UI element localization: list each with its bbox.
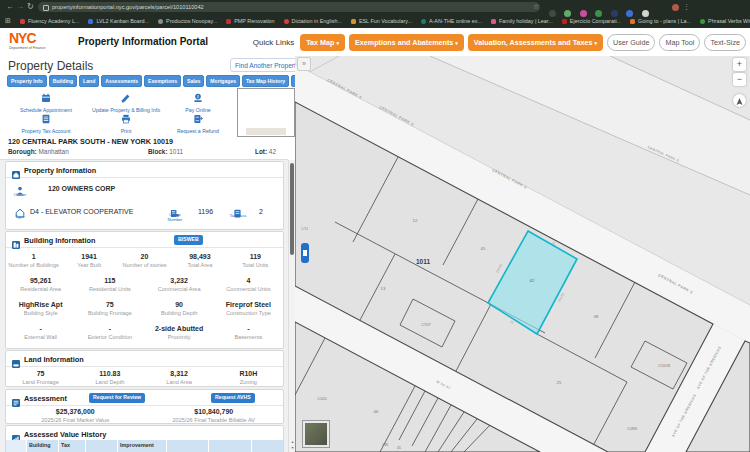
address-bar[interactable]: propertyinformationportal.nyc.gov/parcel… — [38, 2, 540, 12]
stat-cell: -Exterior Condition — [75, 324, 144, 341]
nyc-dof-logo[interactable]: NYC — [9, 31, 36, 45]
stat-cell: HighRise AptBuilding Style — [6, 300, 75, 317]
collapse-panel-button[interactable]: » — [297, 57, 311, 71]
basemap-toggle[interactable] — [303, 421, 329, 447]
favicon — [88, 19, 93, 24]
column-header[interactable] — [209, 440, 251, 452]
card-title: Assessment — [24, 394, 67, 403]
stat-cell: 8,312Land Area — [145, 369, 214, 386]
tax-map[interactable]: 1011 12 45 42 38 13 C707 25 C/1018 C105 … — [295, 56, 750, 452]
stat-cell: R10HZoning — [214, 369, 283, 386]
bookmark-item[interactable]: Fluency Academy L... — [20, 18, 80, 24]
bookmark-star-icon[interactable]: ☆ — [533, 0, 539, 14]
reload-icon[interactable]: ↻ — [27, 0, 34, 14]
zoom-in-button[interactable]: + — [733, 58, 746, 71]
chrome-menu-icon[interactable]: ⋮ — [683, 0, 690, 14]
tax-class-value: 2 — [259, 207, 263, 217]
stat-cell: 115Residential Units — [75, 276, 144, 293]
stat-cell: Fireprof SteelConstruction Type — [214, 300, 283, 317]
land-information-card: Land Information 75Land Frontage 110.83L… — [5, 350, 284, 387]
lot-label: 46 — [374, 409, 379, 414]
favicon — [630, 19, 635, 24]
column-header[interactable] — [252, 440, 283, 452]
column-header[interactable]: Tax — [59, 440, 85, 452]
column-header[interactable]: Improvement — [118, 440, 166, 452]
favicon — [491, 19, 496, 24]
stat-cell: 3,232Commercial Area — [145, 276, 214, 293]
bookmark-item[interactable]: Dictation in English... — [284, 18, 342, 24]
forward-icon[interactable]: → — [16, 0, 24, 14]
assessed-value-history-card: Assessed Value History Building Tax Impr… — [5, 425, 284, 452]
property-photo[interactable] — [237, 88, 295, 137]
header-nav: Quick Links Tax Map▾ Exemptions and Abat… — [253, 32, 746, 52]
stat-cell: 4Commercial Units — [214, 276, 283, 293]
column-header[interactable] — [167, 440, 208, 452]
tab-building[interactable]: Building — [49, 75, 77, 87]
apps-grid-icon[interactable]: ⊞ — [5, 14, 11, 28]
url-text[interactable]: propertyinformationportal.nyc.gov/parcel… — [52, 4, 204, 10]
bookmark-item[interactable]: Family holiday | Lear... — [491, 18, 553, 24]
bookmark-item[interactable]: PMP Renovation — [226, 18, 274, 24]
lot-label: 42 — [530, 278, 535, 283]
owner-label: Owner — [10, 193, 30, 198]
property-details-panel: Property Details Find Another Property P… — [0, 56, 295, 452]
page-title: Property Details — [8, 59, 93, 73]
property-tax-account-link[interactable]: Property Tax Account — [4, 110, 88, 135]
scrollbar-thumb[interactable] — [290, 163, 294, 255]
locate-button[interactable] — [733, 94, 746, 107]
tax-map-menu-button[interactable]: Tax Map▾ — [300, 34, 345, 51]
column-header[interactable] — [86, 440, 117, 452]
bookmark-item[interactable]: Going to - plans | La... — [630, 18, 691, 24]
stat-cell: 95,261Residential Area — [6, 276, 75, 293]
lot-label: 12 — [413, 218, 418, 223]
request-avhs-button[interactable]: Request AVHS — [211, 393, 255, 403]
tab-mortgages[interactable]: Mortgages — [206, 75, 240, 87]
column-header[interactable]: Building — [27, 440, 58, 452]
stat-cell: 110.83Land Depth — [75, 369, 144, 386]
tab-land[interactable]: Land — [79, 75, 99, 87]
portal-title: Property Information Portal — [78, 36, 208, 47]
bookmark-item[interactable]: ESL Fun Vocabulary... — [351, 18, 412, 24]
tab-property-info[interactable]: Property Info — [7, 75, 47, 87]
request-refund-link[interactable]: Request a Refund — [165, 110, 231, 135]
tab-tax-map-history[interactable]: Tax Map History — [242, 75, 289, 87]
find-another-property-button[interactable]: Find Another Property — [230, 58, 304, 72]
stat-cell: 90Building Depth — [145, 300, 214, 317]
tax-map-canvas[interactable]: 1011 12 45 42 38 13 C707 25 C/1018 C105 … — [295, 56, 750, 452]
lot-label: C/496 — [627, 427, 637, 431]
assessment-card: Assessment Request for Review Request AV… — [5, 389, 284, 424]
stat-cell: 1941Year Built — [61, 252, 116, 269]
lot-label: C707 — [421, 322, 431, 327]
stat-cell: 75Land Frontage — [6, 369, 75, 386]
refund-icon — [193, 110, 203, 120]
map-tool-button[interactable]: Map Tool — [659, 34, 700, 51]
lot-label: C/1018 — [658, 364, 670, 368]
request-for-review-button[interactable]: Request for Review — [89, 393, 145, 403]
chevron-down-icon: ▾ — [595, 40, 598, 46]
site-info-icon[interactable] — [43, 5, 49, 11]
calendar-icon — [41, 89, 51, 99]
tab-exemptions[interactable]: Exemptions — [144, 75, 181, 87]
assessed-history-table-header: Building Tax Improvement — [6, 440, 283, 452]
bookmark-item[interactable]: Ejercicio Comparati... — [562, 18, 621, 24]
back-icon[interactable]: ← — [6, 0, 14, 14]
column-header[interactable] — [6, 440, 26, 452]
exemptions-menu-button[interactable]: Exemptions and Abatements▾ — [349, 34, 464, 51]
user-guide-button[interactable]: User Guide — [607, 34, 655, 51]
bisweb-button[interactable]: BISWEB — [174, 235, 203, 245]
zoom-out-button[interactable]: − — [733, 73, 746, 86]
bookmark-item[interactable]: A-AN-THE online ex... — [421, 18, 482, 24]
stat-cell: 75Building Frontage — [75, 300, 144, 317]
lot-label: 45 — [481, 246, 486, 251]
bookmark-item[interactable]: Productos Novopay... — [158, 18, 217, 24]
profile-avatar[interactable] — [672, 4, 679, 11]
valuation-menu-button[interactable]: Valuation, Assessments and Taxes▾ — [468, 34, 603, 51]
tab-sales[interactable]: Sales — [183, 75, 204, 87]
bookmark-item[interactable]: LVL2 Kanban Board... — [88, 18, 149, 24]
stat-cell: 1Number of Buildings — [6, 252, 61, 269]
text-size-button[interactable]: Text-Size — [704, 34, 746, 51]
print-link[interactable]: Print — [86, 110, 166, 135]
tab-assessments[interactable]: Assessments — [101, 75, 142, 87]
map-handle[interactable] — [301, 243, 309, 263]
bookmark-item[interactable]: Phrasal Verbs With... — [700, 18, 750, 24]
